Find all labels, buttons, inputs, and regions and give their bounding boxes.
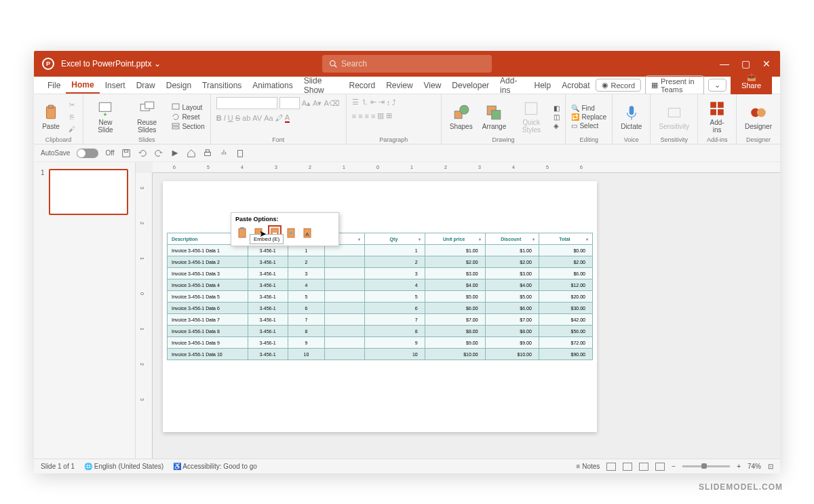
table-cell[interactable]: $0.00 bbox=[539, 245, 592, 256]
shape-fill-button[interactable]: ◧ bbox=[554, 104, 560, 112]
slide[interactable]: Paste Options: A Embed (E) ➤ Description… bbox=[163, 181, 597, 432]
table-cell[interactable]: $20.00 bbox=[539, 291, 592, 303]
format-painter-button[interactable]: 🖌 bbox=[66, 123, 77, 134]
table-cell[interactable]: 4 bbox=[365, 279, 425, 291]
close-button[interactable]: ✕ bbox=[762, 58, 771, 69]
accessibility-button[interactable]: ♿ Accessibility: Good to go bbox=[173, 463, 257, 470]
table-cell[interactable]: $10.00 bbox=[425, 349, 485, 360]
tab-animations[interactable]: Animations bbox=[247, 78, 298, 93]
maximize-button[interactable]: ▢ bbox=[741, 58, 750, 69]
table-cell[interactable]: $1.00 bbox=[485, 245, 539, 256]
tab-transitions[interactable]: Transitions bbox=[197, 78, 247, 93]
table-cell[interactable]: $7.00 bbox=[485, 314, 539, 326]
table-cell[interactable]: Invoice 3-456-1 Data 9 bbox=[168, 337, 248, 349]
undo-icon[interactable] bbox=[138, 149, 147, 158]
table-cell[interactable]: 3-456-1 bbox=[248, 256, 288, 268]
tab-draw[interactable]: Draw bbox=[131, 78, 161, 93]
font-size-select[interactable] bbox=[279, 97, 300, 109]
cut-button[interactable]: ✂ bbox=[66, 99, 77, 110]
align-right-button[interactable]: ≡ bbox=[365, 112, 369, 120]
table-cell[interactable]: 6 bbox=[365, 303, 425, 314]
table-cell[interactable]: $8.00 bbox=[425, 326, 485, 337]
table-cell[interactable]: $5.00 bbox=[485, 291, 539, 303]
decrease-font-icon[interactable]: A▾ bbox=[313, 99, 322, 108]
bold-button[interactable]: B bbox=[216, 114, 222, 122]
search-input[interactable]: Search bbox=[322, 55, 492, 73]
table-row[interactable]: Invoice 3-456-1 Data 93-456-199$9.00$9.0… bbox=[168, 337, 593, 349]
tab-developer[interactable]: Developer bbox=[446, 78, 495, 93]
home-icon[interactable] bbox=[187, 149, 196, 158]
table-cell[interactable]: $90.00 bbox=[539, 349, 592, 360]
record-button[interactable]: ◉ Record bbox=[596, 79, 641, 92]
addins-button[interactable]: Add-ins bbox=[703, 100, 731, 134]
table-cell[interactable]: Invoice 3-456-1 Data 10 bbox=[168, 349, 248, 360]
table-cell[interactable] bbox=[325, 268, 365, 279]
tab-home[interactable]: Home bbox=[66, 77, 99, 94]
table-cell[interactable]: 2 bbox=[365, 256, 425, 268]
select-button[interactable]: ▭ Select bbox=[571, 122, 598, 130]
bullets-button[interactable]: ☰ bbox=[352, 98, 359, 106]
table-cell[interactable]: $9.00 bbox=[485, 337, 539, 349]
tab-acrobat[interactable]: Acrobat bbox=[556, 78, 595, 93]
from-beginning-icon[interactable] bbox=[170, 149, 180, 158]
notes-button[interactable]: ≡ Notes bbox=[577, 463, 600, 470]
column-header[interactable]: Qty▾ bbox=[365, 233, 425, 245]
table-cell[interactable]: 3-456-1 bbox=[248, 337, 288, 349]
table-cell[interactable]: $56.00 bbox=[539, 326, 592, 337]
reset-button[interactable]: Reset bbox=[172, 113, 199, 121]
table-cell[interactable]: $2.00 bbox=[539, 256, 592, 268]
table-row[interactable]: Invoice 3-456-1 Data 23-456-122$2.00$2.0… bbox=[168, 256, 593, 268]
paste-button[interactable]: Paste bbox=[39, 104, 62, 130]
table-cell[interactable] bbox=[325, 279, 365, 291]
columns-button[interactable]: ▥ bbox=[377, 111, 384, 120]
table-cell[interactable]: 3-456-1 bbox=[248, 314, 288, 326]
thumbnail-pane[interactable]: 1 bbox=[34, 162, 136, 459]
table-cell[interactable]: $12.00 bbox=[539, 279, 592, 291]
table-cell[interactable]: Invoice 3-456-1 Data 6 bbox=[168, 303, 248, 314]
table-cell[interactable]: $9.00 bbox=[425, 337, 485, 349]
table-cell[interactable]: $2.00 bbox=[485, 256, 539, 268]
column-header[interactable]: Unit price▾ bbox=[425, 233, 485, 245]
table-cell[interactable] bbox=[325, 245, 365, 256]
table-cell[interactable] bbox=[325, 326, 365, 337]
strike-button[interactable]: S bbox=[235, 114, 240, 122]
table-cell[interactable]: 10 bbox=[365, 349, 425, 360]
normal-view-button[interactable] bbox=[606, 463, 616, 471]
table-cell[interactable]: 4 bbox=[288, 279, 324, 291]
case-button[interactable]: Aa bbox=[264, 114, 273, 122]
table-cell[interactable]: $30.00 bbox=[539, 303, 592, 314]
table-row[interactable]: Invoice 3-456-1 Data 73-456-177$7.00$7.0… bbox=[168, 314, 593, 326]
font-color-button[interactable]: A bbox=[285, 113, 290, 123]
font-family-select[interactable] bbox=[216, 97, 277, 109]
table-cell[interactable]: 3-456-1 bbox=[248, 291, 288, 303]
new-slide-button[interactable]: New Slide bbox=[89, 100, 122, 134]
replace-button[interactable]: 🔁 Replace bbox=[571, 113, 606, 121]
table-cell[interactable]: $6.00 bbox=[485, 303, 539, 314]
sensitivity-button[interactable]: Sensitivity bbox=[656, 104, 692, 130]
table-cell[interactable] bbox=[325, 256, 365, 268]
table-cell[interactable]: 9 bbox=[365, 337, 425, 349]
zoom-level[interactable]: 74% bbox=[748, 463, 761, 470]
justify-button[interactable]: ≡ bbox=[371, 112, 375, 120]
table-cell[interactable]: $6.00 bbox=[539, 268, 592, 279]
table-cell[interactable]: $42.00 bbox=[539, 314, 592, 326]
table-cell[interactable]: $4.00 bbox=[485, 279, 539, 291]
zoom-out-button[interactable]: − bbox=[672, 463, 676, 470]
table-cell[interactable]: 1 bbox=[365, 245, 425, 256]
table-row[interactable]: Invoice 3-456-1 Data 33-456-133$3.00$3.0… bbox=[168, 268, 593, 279]
table-cell[interactable]: 3-456-1 bbox=[248, 279, 288, 291]
tab-insert[interactable]: Insert bbox=[100, 78, 131, 93]
slide-thumbnail[interactable]: 1 bbox=[41, 169, 128, 215]
table-row[interactable]: Invoice 3-456-1 Data 43-456-144$4.00$4.0… bbox=[168, 279, 593, 291]
table-cell[interactable]: 3-456-1 bbox=[248, 326, 288, 337]
tab-design[interactable]: Design bbox=[161, 78, 197, 93]
tab-record[interactable]: Record bbox=[344, 78, 381, 93]
table-cell[interactable]: $6.00 bbox=[425, 303, 485, 314]
table-row[interactable]: Invoice 3-456-1 Data 103-456-11010$10.00… bbox=[168, 349, 593, 360]
table-row[interactable]: Invoice 3-456-1 Data 63-456-166$6.00$6.0… bbox=[168, 303, 593, 314]
numbering-button[interactable]: ⒈ bbox=[361, 97, 368, 107]
column-header[interactable]: Discount▾ bbox=[485, 233, 539, 245]
table-cell[interactable]: Invoice 3-456-1 Data 3 bbox=[168, 268, 248, 279]
indent-right-button[interactable]: ⇥ bbox=[379, 98, 385, 106]
tab-review[interactable]: Review bbox=[381, 78, 418, 93]
